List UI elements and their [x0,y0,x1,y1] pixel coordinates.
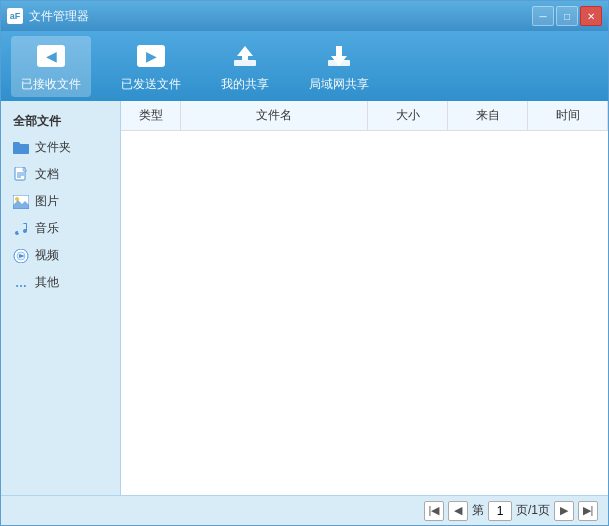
sidebar-video-label: 视频 [35,247,59,264]
sidebar-image-label: 图片 [35,193,59,210]
music-icon [13,221,29,237]
first-page-button[interactable]: |◀ [424,501,444,521]
sidebar-item-video[interactable]: 视频 [1,242,120,269]
window-title: 文件管理器 [29,8,89,25]
file-list: 类型 文件名 大小 来自 时间 [121,101,608,495]
maximize-button[interactable]: □ [556,6,578,26]
col-size: 大小 [368,101,448,130]
sidebar-item-document[interactable]: 文档 [1,161,120,188]
title-controls: ─ □ ✕ [532,6,602,26]
sidebar: 全部文件 文件夹 [1,101,121,495]
file-list-header: 类型 文件名 大小 来自 时间 [121,101,608,131]
download-icon [323,40,355,72]
last-page-button[interactable]: ▶| [578,501,598,521]
upload-icon [229,40,261,72]
sidebar-item-folder[interactable]: 文件夹 [1,134,120,161]
next-page-button[interactable]: ▶ [554,501,574,521]
sent-files-label: 已发送文件 [121,76,181,93]
sidebar-item-music[interactable]: 音乐 [1,215,120,242]
received-files-label: 已接收文件 [21,76,81,93]
sidebar-item-other[interactable]: … 其他 [1,269,120,296]
file-list-body [121,131,608,495]
sidebar-all-files[interactable]: 全部文件 [1,109,120,134]
col-time: 时间 [528,101,608,130]
title-bar: aF 文件管理器 ─ □ ✕ [1,1,608,31]
page-suffix: 页/1页 [516,502,550,519]
other-icon: … [13,275,29,291]
prev-page-button[interactable]: ◀ [448,501,468,521]
arrow-left-icon [35,40,67,72]
app-icon: aF [7,8,23,24]
svg-point-9 [15,197,19,201]
window: aF 文件管理器 ─ □ ✕ 已接收文件 已发送文件 [0,0,609,526]
col-from: 来自 [448,101,528,130]
page-prefix: 第 [472,502,484,519]
video-icon [13,248,29,264]
toolbar-received-files[interactable]: 已接收文件 [11,36,91,97]
sent-icon [137,45,165,67]
sidebar-folder-label: 文件夹 [35,139,71,156]
sidebar-music-label: 音乐 [35,220,59,237]
sidebar-other-label: 其他 [35,274,59,291]
sidebar-document-label: 文档 [35,166,59,183]
minimize-button[interactable]: ─ [532,6,554,26]
title-bar-left: aF 文件管理器 [7,8,89,25]
arrow-right-icon [135,40,167,72]
toolbar-my-share[interactable]: 我的共享 [211,36,279,97]
col-filename: 文件名 [181,101,368,130]
my-share-label: 我的共享 [221,76,269,93]
main-content: 全部文件 文件夹 [1,101,608,495]
page-input[interactable] [488,501,512,521]
toolbar-lan-share[interactable]: 局域网共享 [299,36,379,97]
footer: |◀ ◀ 第 页/1页 ▶ ▶| [1,495,608,525]
received-icon [37,45,65,67]
svg-rect-0 [234,60,256,66]
lan-share-label: 局域网共享 [309,76,369,93]
document-icon [13,167,29,183]
svg-marker-1 [237,46,253,60]
toolbar-sent-files[interactable]: 已发送文件 [111,36,191,97]
sidebar-item-image[interactable]: 图片 [1,188,120,215]
image-icon [13,194,29,210]
folder-icon [13,140,29,156]
col-type: 类型 [121,101,181,130]
close-button[interactable]: ✕ [580,6,602,26]
toolbar: 已接收文件 已发送文件 我的共享 [1,31,608,101]
